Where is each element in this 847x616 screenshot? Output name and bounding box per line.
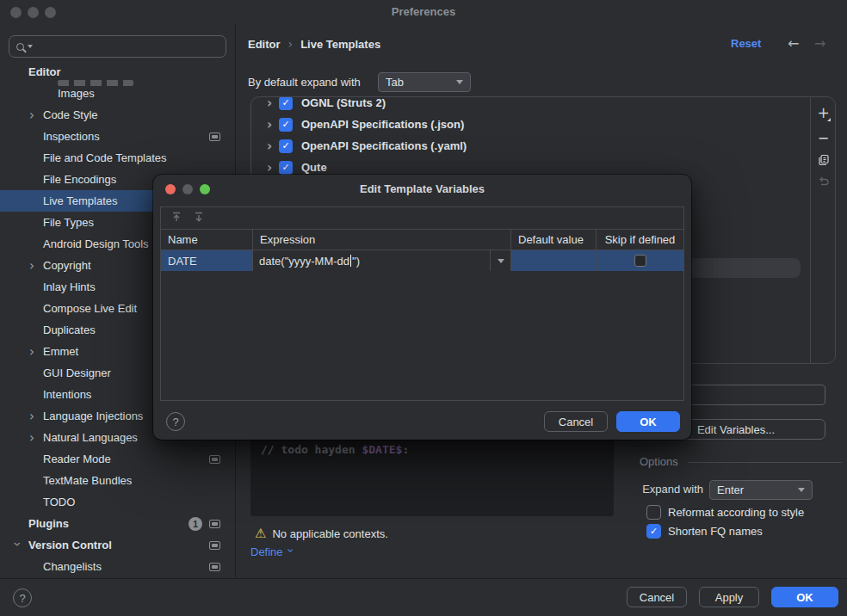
search-icon: [16, 43, 24, 51]
reset-link[interactable]: Reset: [731, 37, 761, 50]
forward-arrow-icon: →: [814, 35, 825, 52]
chevron-down-icon: ›: [283, 548, 297, 553]
screen-icon: [209, 455, 220, 464]
chevron-right-icon[interactable]: ›: [267, 161, 272, 174]
dialog-title: Edit Template Variables: [153, 182, 691, 195]
remove-template-icon[interactable]: −: [811, 130, 836, 146]
skip-if-defined-checkbox[interactable]: [634, 255, 646, 267]
add-template-icon[interactable]: +: [811, 104, 836, 121]
sidebar-item-images[interactable]: Images: [0, 83, 234, 104]
sidebar-item-textmate-bundles[interactable]: TextMate Bundles: [0, 470, 234, 491]
template-text-comment: // todo hayden: [261, 443, 362, 456]
search-options-caret-icon: [28, 45, 33, 48]
dropdown-caret-icon: [798, 488, 805, 492]
dropdown-caret-icon: [498, 259, 504, 263]
template-group-openapi-json[interactable]: ›✓OpenAPI Specifications (.json): [251, 114, 809, 135]
breadcrumb-editor[interactable]: Editor: [248, 38, 281, 51]
context-warning: ⚠ No applicable contexts.: [255, 525, 388, 542]
chevron-right-icon[interactable]: ›: [267, 96, 272, 109]
variable-expression-cell[interactable]: date("yyyy-MM-dd"): [253, 250, 511, 271]
dropdown-caret-icon: [456, 80, 463, 84]
sidebar-item-code-style[interactable]: ›Code Style: [0, 104, 234, 126]
chevron-down-icon[interactable]: ›: [10, 541, 23, 546]
chevron-right-icon[interactable]: ›: [267, 139, 272, 152]
sidebar-item-reader-mode[interactable]: Reader Mode: [0, 448, 234, 470]
expression-editor[interactable]: date("yyyy-MM-dd"): [253, 255, 490, 268]
restore-defaults-icon[interactable]: [811, 176, 836, 189]
template-text-variable: $DATE$: [362, 443, 402, 456]
text-cursor: [350, 255, 351, 267]
shorten-fq-label: Shorten FQ names: [668, 525, 763, 538]
group-checkbox-checked[interactable]: ✓: [279, 161, 293, 175]
reformat-label: Reformat according to style: [668, 506, 804, 519]
cancel-button[interactable]: Cancel: [627, 587, 687, 607]
chevron-right-icon[interactable]: ›: [29, 345, 34, 358]
sidebar-item-editor[interactable]: Editor: [0, 61, 234, 83]
shorten-fq-checkbox-row[interactable]: ✓ Shorten FQ names: [646, 524, 763, 539]
variables-table: Name Expression Default value Skip if de…: [160, 206, 684, 401]
chevron-right-icon[interactable]: ›: [29, 108, 34, 121]
expand-default-label: By default expand with: [248, 76, 361, 89]
expand-default-dropdown[interactable]: Tab: [378, 72, 471, 92]
move-up-icon[interactable]: [170, 211, 182, 225]
variables-table-toolbar: [161, 207, 683, 230]
chevron-right-icon[interactable]: ›: [29, 431, 34, 444]
search-input[interactable]: [9, 35, 226, 58]
group-checkbox-checked[interactable]: ✓: [279, 96, 293, 110]
preferences-window: Preferences Editor Images ›Code Style In…: [0, 0, 847, 616]
move-down-icon[interactable]: [193, 211, 205, 225]
dialog-ok-button[interactable]: OK: [616, 411, 680, 432]
variable-name-cell[interactable]: DATE: [161, 250, 253, 271]
group-checkbox-checked[interactable]: ✓: [279, 139, 293, 153]
sidebar-item-plugins[interactable]: Plugins1: [0, 513, 234, 534]
template-text-suffix: :: [402, 443, 409, 456]
expand-with-dropdown[interactable]: Enter: [709, 480, 813, 500]
options-group-divider: [688, 462, 842, 463]
dialog-help-icon[interactable]: ?: [166, 412, 185, 431]
back-arrow-icon[interactable]: ←: [788, 35, 799, 52]
template-group-ognl[interactable]: ›✓OGNL (Struts 2): [251, 96, 809, 114]
edit-template-variables-dialog: Edit Template Variables Name Expression …: [153, 175, 691, 440]
reformat-checkbox[interactable]: ✓: [646, 505, 661, 520]
apply-button[interactable]: Apply: [699, 587, 759, 607]
breadcrumb-separator-icon: ›: [288, 37, 294, 51]
dialog-cancel-button[interactable]: Cancel: [544, 411, 608, 432]
define-link[interactable]: Define ›: [250, 543, 293, 560]
sidebar-item-file-and-code-templates[interactable]: File and Code Templates: [0, 147, 234, 169]
reformat-checkbox-row[interactable]: ✓ Reformat according to style: [646, 505, 804, 520]
plugins-count-badge: 1: [189, 517, 202, 531]
chevron-right-icon[interactable]: ›: [267, 118, 272, 131]
breadcrumb: Editor › Live Templates: [248, 37, 380, 51]
variable-default-value-cell[interactable]: [511, 250, 597, 271]
screen-icon: [209, 541, 220, 550]
screen-icon: [209, 563, 220, 571]
duplicate-template-icon[interactable]: [811, 154, 836, 169]
expression-dropdown-button[interactable]: [490, 250, 510, 271]
template-group-openapi-yaml[interactable]: ›✓OpenAPI Specifications (.yaml): [251, 135, 809, 157]
sidebar-item-changelists[interactable]: Changelists: [0, 556, 234, 577]
help-icon[interactable]: ?: [13, 588, 32, 607]
column-header-name[interactable]: Name: [161, 230, 253, 249]
column-header-skip-if-defined[interactable]: Skip if defined: [597, 230, 683, 249]
chevron-right-icon[interactable]: ›: [29, 259, 34, 272]
options-group-title: Options: [640, 455, 678, 468]
sidebar-item-version-control[interactable]: ›Version Control: [0, 534, 234, 556]
chevron-right-icon[interactable]: ›: [29, 410, 34, 422]
page-title: Live Templates: [300, 38, 380, 51]
context-warning-text: No applicable contexts.: [272, 527, 387, 540]
column-header-default-value[interactable]: Default value: [511, 230, 597, 249]
settings-footer: ? Cancel Apply OK: [0, 578, 847, 616]
column-header-expression[interactable]: Expression: [253, 230, 511, 249]
variables-table-header: Name Expression Default value Skip if de…: [161, 230, 683, 250]
shorten-fq-checkbox[interactable]: ✓: [646, 524, 661, 539]
variable-skip-cell[interactable]: [597, 250, 683, 271]
sidebar-item-todo[interactable]: TODO: [0, 491, 234, 513]
ok-button[interactable]: OK: [771, 587, 838, 607]
screen-icon: [209, 132, 220, 141]
expand-with-label: Expand with: [640, 483, 703, 496]
sidebar-item-inspections[interactable]: Inspections: [0, 126, 234, 147]
variable-row-date: DATE date("yyyy-MM-dd"): [161, 250, 683, 271]
group-checkbox-checked[interactable]: ✓: [279, 118, 293, 132]
titlebar: Preferences: [0, 0, 847, 24]
template-list-toolbar: + −: [810, 97, 835, 363]
